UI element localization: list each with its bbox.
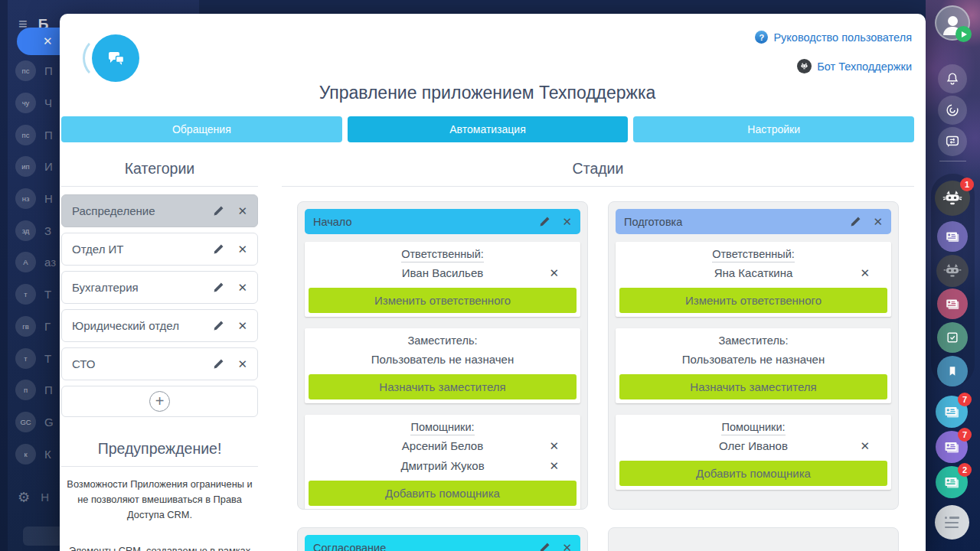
category-item-otdel-it[interactable]: Отдел ИТ ✕ (61, 233, 258, 266)
responsible-section: Ответственный: Иван Васильев✕ Изменить о… (305, 242, 580, 317)
avatar: нз (15, 188, 36, 209)
tab-requests[interactable]: Обращения (61, 116, 342, 142)
stages-header: Стадии (282, 156, 914, 187)
checkbox-icon (945, 330, 960, 345)
bot-icon (797, 59, 812, 73)
bookmark-app-button[interactable] (937, 356, 968, 386)
crm-app-button-cyan[interactable]: 7 (936, 396, 968, 428)
delete-icon[interactable]: ✕ (237, 319, 247, 333)
sidebar-divider (939, 161, 966, 161)
edit-icon[interactable] (539, 542, 550, 551)
avatar: GC (15, 412, 36, 432)
app-management-modal: ? Руководство пользователя Бот Техподдер… (60, 14, 926, 551)
avatar: пс (15, 125, 36, 145)
notification-badge: 7 (958, 428, 972, 442)
avatar: А (15, 252, 36, 272)
avatar: чу (15, 93, 36, 113)
remove-user-icon[interactable]: ✕ (549, 436, 559, 456)
deputy-section: Заместитель: Пользователь не назначен На… (616, 328, 891, 403)
assign-deputy-button[interactable]: Назначить заместителя (309, 374, 577, 399)
remove-user-icon[interactable]: ✕ (549, 263, 559, 283)
remove-user-icon[interactable]: ✕ (549, 456, 559, 476)
delete-icon[interactable]: ✕ (237, 204, 247, 218)
plus-icon: + (149, 391, 170, 412)
category-item-buhgalteria[interactable]: Бухгалтерия ✕ (61, 271, 258, 304)
stage-header: Подготовка ✕ (616, 209, 891, 234)
notifications-button[interactable] (938, 64, 967, 93)
stage-header: Согласование ✕ (305, 535, 580, 551)
menu-button[interactable] (935, 505, 969, 540)
bot-button-dim[interactable] (936, 255, 969, 287)
assign-deputy-button[interactable]: Назначить заместителя (619, 374, 887, 399)
delete-icon[interactable]: ✕ (873, 215, 883, 229)
avatar: т (15, 348, 36, 369)
helpers-section: Помощники: Арсений Белов✕ Дмитрий Жуков✕… (305, 415, 580, 510)
pulse-button[interactable] (938, 96, 967, 125)
category-item-yuridicheskiy[interactable]: Юридический отдел ✕ (61, 309, 258, 342)
stage-card-podgotovka: Подготовка ✕ Ответственный: Яна Касаткин… (608, 201, 899, 510)
edit-icon[interactable] (213, 243, 224, 255)
delete-icon[interactable]: ✕ (562, 215, 572, 229)
close-icon: ✕ (43, 34, 53, 48)
warning-paragraph: Элементы CRM, создаваемые в рамках работ… (64, 543, 255, 551)
tab-settings[interactable]: Настройки (633, 116, 914, 142)
avatar: пс (15, 60, 36, 81)
user-avatar[interactable] (935, 5, 970, 41)
tab-automation[interactable]: Автоматизация (348, 116, 629, 142)
menu-lines-icon (945, 517, 959, 528)
right-sidebar: 1 (926, 0, 980, 551)
avatar: зд (15, 220, 36, 241)
contact-card-icon (942, 438, 961, 456)
remove-user-icon[interactable]: ✕ (860, 263, 870, 283)
add-helper-button[interactable]: Добавить помощника (619, 461, 887, 486)
notification-badge: 2 (958, 463, 972, 477)
pulse-spiral-icon (944, 102, 961, 119)
responsible-section: Ответственный: Яна Касаткина✕ Изменить о… (616, 242, 891, 317)
helpers-section: Помощники: Олег Иванов✕ Добавить помощни… (616, 415, 891, 490)
delete-icon[interactable]: ✕ (562, 541, 572, 551)
edit-icon[interactable] (213, 320, 224, 331)
edit-icon[interactable] (213, 358, 224, 370)
question-icon: ? (755, 31, 768, 44)
notification-badge: 7 (958, 393, 972, 406)
bot-icon (942, 261, 962, 281)
crm-app-button-teal[interactable]: 2 (936, 466, 968, 498)
edit-icon[interactable] (213, 282, 224, 293)
category-item-raspredelenie[interactable]: Распределение ✕ (61, 194, 258, 227)
remove-user-icon[interactable]: ✕ (860, 436, 870, 456)
delete-icon[interactable]: ✕ (237, 243, 247, 256)
warning-section: Предупреждение! Возможности Приложения о… (61, 436, 258, 551)
stage-card-empty (608, 527, 899, 551)
notification-badge: 1 (960, 178, 974, 191)
tasks-app-button[interactable] (937, 322, 968, 353)
edit-icon[interactable] (213, 205, 224, 217)
delete-icon[interactable]: ✕ (237, 281, 247, 295)
crm-app-button-purple[interactable]: 7 (936, 431, 968, 463)
deputy-section: Заместитель: Пользователь не назначен На… (305, 328, 580, 403)
avatar: п (15, 380, 36, 400)
crm-app-button-pink[interactable] (937, 289, 968, 319)
add-helper-button[interactable]: Добавить помощника (309, 481, 577, 506)
play-icon (962, 31, 967, 37)
bell-icon (944, 70, 961, 87)
warning-paragraph: Возможности Приложения ограничены и не п… (64, 477, 255, 523)
edit-icon[interactable] (850, 216, 861, 227)
change-responsible-button[interactable]: Изменить ответственного (309, 288, 577, 313)
support-bot-button[interactable]: 1 (935, 181, 970, 216)
user-guide-label: Руководство пользователя (773, 31, 912, 44)
add-category-button[interactable]: + (61, 386, 258, 417)
chat-transfer-button[interactable] (938, 127, 967, 156)
stages-panel: Стадии Начало ✕ Ответственный: Иван Васи… (282, 156, 914, 551)
edit-icon[interactable] (539, 216, 550, 227)
delete-icon[interactable]: ✕ (237, 357, 247, 371)
category-item-sto[interactable]: СТО ✕ (61, 347, 258, 380)
video-status-badge (956, 26, 972, 42)
change-responsible-button[interactable]: Изменить ответственного (619, 288, 887, 313)
avatar: к (15, 444, 36, 465)
support-bot-link[interactable]: Бот Техподдержки (755, 59, 912, 73)
bookmark-icon (945, 364, 960, 379)
user-guide-link[interactable]: ? Руководство пользователя (755, 31, 912, 44)
stage-card-soglasovanie: Согласование ✕ (297, 527, 588, 551)
categories-panel: Категории Распределение ✕ Отдел ИТ ✕ Бух… (61, 156, 258, 551)
crm-app-button-purple-light[interactable] (937, 221, 968, 252)
